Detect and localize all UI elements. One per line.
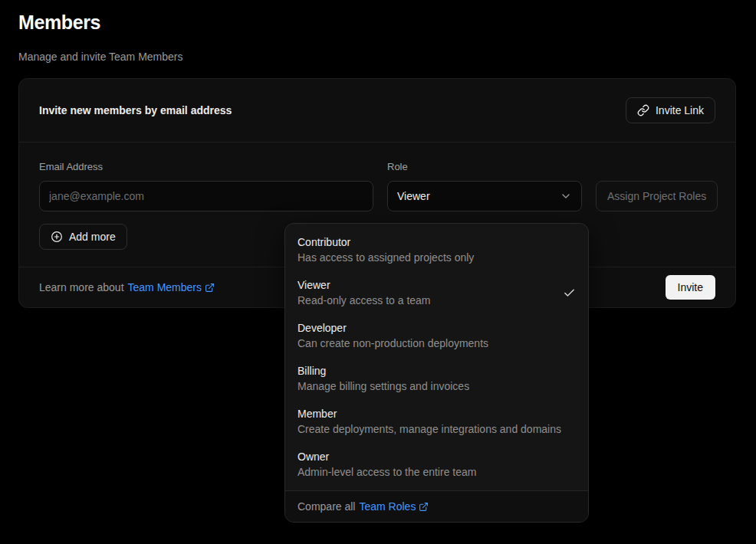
external-link-icon	[419, 502, 429, 512]
team-roles-link[interactable]: Team Roles	[359, 499, 429, 514]
external-link-icon	[205, 283, 215, 293]
role-option-title: Viewer	[297, 277, 431, 293]
role-option-text: Contributor Has access to assigned proje…	[297, 234, 474, 265]
role-option-description: Create deployments, manage integrations …	[297, 421, 561, 437]
role-option-developer[interactable]: Developer Can create non-production depl…	[285, 314, 588, 357]
footer-help-text: Learn more about Team Members	[39, 281, 215, 293]
plus-circle-icon	[51, 231, 63, 243]
role-option-title: Developer	[297, 320, 488, 336]
compare-all-text: Compare all	[297, 499, 355, 514]
add-more-button[interactable]: Add more	[39, 224, 127, 250]
role-option-billing[interactable]: Billing Manage billing settings and invo…	[285, 357, 588, 400]
learn-more-text: Learn more about	[39, 281, 124, 293]
role-option-text: Owner Admin-level access to the entire t…	[297, 449, 476, 480]
assign-project-roles-button[interactable]: Assign Project Roles	[596, 181, 718, 211]
chevron-down-icon	[560, 190, 572, 202]
role-option-description: Manage billing settings and invoices	[297, 379, 469, 394]
role-option-text: Billing Manage billing settings and invo…	[297, 363, 469, 394]
role-option-title: Contributor	[297, 234, 474, 250]
role-option-description: Can create non-production deployments	[297, 336, 488, 351]
role-menu-footer: Compare all Team Roles	[285, 490, 588, 522]
members-page: Members Manage and invite Team Members I…	[0, 0, 756, 544]
role-option-viewer[interactable]: Viewer Read-only access to a team	[285, 271, 588, 314]
invite-link-label: Invite Link	[656, 104, 704, 116]
invite-link-button[interactable]: Invite Link	[626, 97, 715, 123]
role-option-contributor[interactable]: Contributor Has access to assigned proje…	[285, 228, 588, 271]
add-more-label: Add more	[69, 231, 116, 243]
role-option-description: Admin-level access to the entire team	[297, 464, 476, 480]
email-input[interactable]	[39, 181, 373, 211]
team-members-link[interactable]: Team Members	[128, 281, 215, 293]
role-label: Role	[387, 161, 582, 173]
role-option-text: Developer Can create non-production depl…	[297, 320, 488, 351]
card-title: Invite new members by email address	[39, 104, 232, 116]
role-option-text: Member Create deployments, manage integr…	[297, 406, 561, 437]
role-select-value: Viewer	[397, 190, 430, 202]
invite-form: Email Address Role Viewer Assign Project…	[39, 161, 715, 211]
role-option-description: Has access to assigned projects only	[297, 250, 474, 265]
role-dropdown-menu: Contributor Has access to assigned proje…	[284, 223, 589, 523]
role-option-title: Owner	[297, 449, 476, 464]
role-option-member[interactable]: Member Create deployments, manage integr…	[285, 400, 588, 443]
page-title: Members	[18, 11, 738, 34]
role-option-title: Member	[297, 406, 561, 421]
role-option-title: Billing	[297, 363, 469, 379]
link-icon	[637, 104, 649, 116]
page-subtitle: Manage and invite Team Members	[18, 49, 738, 64]
check-icon	[563, 287, 576, 300]
role-option-description: Read-only access to a team	[297, 293, 431, 308]
role-dropdown-options: Contributor Has access to assigned proje…	[285, 224, 588, 490]
card-header: Invite new members by email address Invi…	[19, 79, 735, 143]
team-members-link-label: Team Members	[128, 281, 202, 293]
email-label: Email Address	[39, 161, 373, 173]
team-roles-link-label: Team Roles	[359, 499, 416, 514]
invite-button[interactable]: Invite	[666, 275, 715, 300]
role-select[interactable]: Viewer	[387, 181, 582, 211]
role-option-text: Viewer Read-only access to a team	[297, 277, 431, 308]
role-option-owner[interactable]: Owner Admin-level access to the entire t…	[285, 443, 588, 486]
